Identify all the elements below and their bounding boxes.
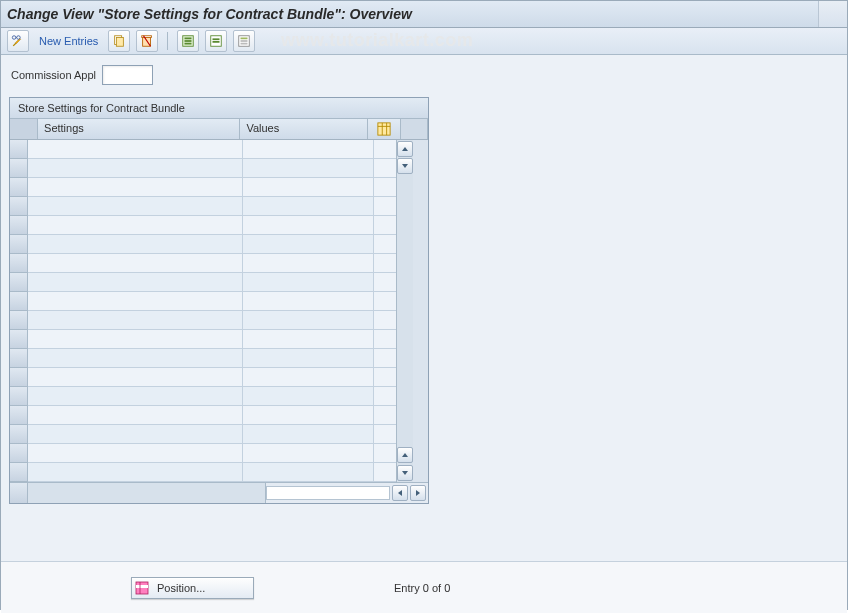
- grid-horizontal-scrollbar[interactable]: [265, 483, 428, 503]
- cell-values[interactable]: [243, 197, 374, 216]
- select-all-button[interactable]: [177, 30, 199, 52]
- deselect-all-button[interactable]: [233, 30, 255, 52]
- cell-settings[interactable]: [28, 463, 243, 482]
- cell-settings[interactable]: [28, 254, 243, 273]
- cell-settings[interactable]: [28, 406, 243, 425]
- cell-values[interactable]: [243, 140, 374, 159]
- copy-as-button[interactable]: [108, 30, 130, 52]
- table-row[interactable]: [10, 444, 396, 463]
- display-change-toggle-button[interactable]: [7, 30, 29, 52]
- row-selector[interactable]: [10, 197, 28, 216]
- scroll-down-step-button[interactable]: [397, 158, 413, 174]
- table-row[interactable]: [10, 406, 396, 425]
- cell-values[interactable]: [243, 387, 374, 406]
- cell-settings[interactable]: [28, 273, 243, 292]
- row-selector[interactable]: [10, 254, 28, 273]
- svg-rect-4: [117, 38, 124, 47]
- cell-settings[interactable]: [28, 349, 243, 368]
- pencil-glasses-icon: [11, 34, 25, 48]
- cell-values[interactable]: [243, 292, 374, 311]
- grid-configure-columns-button[interactable]: [368, 119, 400, 139]
- table-row[interactable]: [10, 216, 396, 235]
- row-selector[interactable]: [10, 406, 28, 425]
- cell-gap: [374, 292, 396, 311]
- cell-settings[interactable]: [28, 425, 243, 444]
- cell-values[interactable]: [243, 254, 374, 273]
- cell-values[interactable]: [243, 330, 374, 349]
- row-selector[interactable]: [10, 311, 28, 330]
- cell-settings[interactable]: [28, 235, 243, 254]
- table-row[interactable]: [10, 311, 396, 330]
- hscroll-track[interactable]: [266, 486, 390, 500]
- cell-values[interactable]: [243, 216, 374, 235]
- table-row[interactable]: [10, 197, 396, 216]
- scroll-down-button[interactable]: [397, 465, 413, 481]
- cell-values[interactable]: [243, 311, 374, 330]
- table-row[interactable]: [10, 368, 396, 387]
- table-row[interactable]: [10, 330, 396, 349]
- cell-values[interactable]: [243, 349, 374, 368]
- select-block-button[interactable]: [205, 30, 227, 52]
- table-row[interactable]: [10, 235, 396, 254]
- row-selector[interactable]: [10, 425, 28, 444]
- grid-header-rowselector[interactable]: [10, 119, 38, 139]
- cell-settings[interactable]: [28, 444, 243, 463]
- cell-values[interactable]: [243, 368, 374, 387]
- table-row[interactable]: [10, 349, 396, 368]
- cell-settings[interactable]: [28, 140, 243, 159]
- commission-appl-input[interactable]: [102, 65, 153, 85]
- row-selector[interactable]: [10, 368, 28, 387]
- cell-settings[interactable]: [28, 197, 243, 216]
- table-row[interactable]: [10, 273, 396, 292]
- row-selector[interactable]: [10, 273, 28, 292]
- row-selector[interactable]: [10, 292, 28, 311]
- cell-settings[interactable]: [28, 216, 243, 235]
- row-selector[interactable]: [10, 330, 28, 349]
- grid-vertical-scrollbar[interactable]: [396, 140, 413, 482]
- new-entries-button[interactable]: New Entries: [35, 35, 102, 47]
- cell-settings[interactable]: [28, 292, 243, 311]
- scroll-right-button[interactable]: [410, 485, 426, 501]
- grid-header-settings[interactable]: Settings: [38, 119, 240, 139]
- scroll-up-step-button[interactable]: [397, 447, 413, 463]
- table-row[interactable]: [10, 178, 396, 197]
- row-selector[interactable]: [10, 235, 28, 254]
- table-row[interactable]: [10, 140, 396, 159]
- cell-values[interactable]: [243, 463, 374, 482]
- scroll-up-button[interactable]: [397, 141, 413, 157]
- cell-values[interactable]: [243, 444, 374, 463]
- row-selector[interactable]: [10, 216, 28, 235]
- cell-values[interactable]: [243, 406, 374, 425]
- table-row[interactable]: [10, 387, 396, 406]
- cell-values[interactable]: [243, 159, 374, 178]
- cell-settings[interactable]: [28, 311, 243, 330]
- row-selector[interactable]: [10, 159, 28, 178]
- table-row[interactable]: [10, 425, 396, 444]
- table-row[interactable]: [10, 292, 396, 311]
- grid-header-values[interactable]: Values: [240, 119, 368, 139]
- cell-gap: [374, 178, 396, 197]
- table-row[interactable]: [10, 463, 396, 482]
- cell-settings[interactable]: [28, 330, 243, 349]
- row-selector[interactable]: [10, 178, 28, 197]
- table-row[interactable]: [10, 159, 396, 178]
- row-selector[interactable]: [10, 463, 28, 482]
- cell-values[interactable]: [243, 235, 374, 254]
- scroll-left-button[interactable]: [392, 485, 408, 501]
- cell-settings[interactable]: [28, 387, 243, 406]
- delete-button[interactable]: [136, 30, 158, 52]
- row-selector[interactable]: [10, 349, 28, 368]
- cell-settings[interactable]: [28, 178, 243, 197]
- chevron-left-icon: [396, 489, 404, 497]
- table-row[interactable]: [10, 254, 396, 273]
- row-selector[interactable]: [10, 140, 28, 159]
- position-button[interactable]: Position...: [131, 577, 254, 599]
- cell-values[interactable]: [243, 178, 374, 197]
- scroll-track[interactable]: [397, 175, 413, 446]
- cell-values[interactable]: [243, 273, 374, 292]
- row-selector[interactable]: [10, 387, 28, 406]
- cell-settings[interactable]: [28, 368, 243, 387]
- cell-settings[interactable]: [28, 159, 243, 178]
- row-selector[interactable]: [10, 444, 28, 463]
- cell-values[interactable]: [243, 425, 374, 444]
